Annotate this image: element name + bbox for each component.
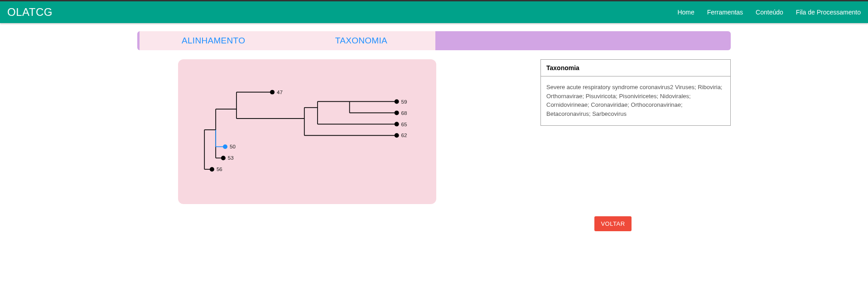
tree-label-50: 50 [230,143,236,149]
content: ALINHAMENTO TAXONOMIA [137,31,731,231]
nav-fila[interactable]: Fila de Processamento [796,9,861,16]
tree-label-68: 68 [401,110,407,116]
tree-node-56[interactable] [210,167,214,171]
taxonomy-info-body: Severe acute respiratory syndrome corona… [541,76,730,125]
nav-ferramentas[interactable]: Ferramentas [707,9,743,16]
taxonomy-info-card: Taxonomia Severe acute respiratory syndr… [540,59,731,126]
tree-node-50[interactable] [223,144,227,149]
tree-node-59[interactable] [395,99,399,104]
tree-node-65[interactable] [395,122,399,126]
tab-spacer [435,31,731,50]
right-column: Taxonomia Severe acute respiratory syndr… [450,59,731,231]
tree-label-62: 62 [401,132,407,138]
tree-label-65: 65 [401,121,407,127]
tab-bar: ALINHAMENTO TAXONOMIA [137,31,731,50]
phylo-tree-panel: 47 59 68 65 62 50 53 56 [178,59,436,204]
tree-label-53: 53 [228,155,234,161]
tree-label-56: 56 [217,166,222,172]
tree-label-59: 59 [401,99,407,105]
voltar-button[interactable]: VOLTAR [594,216,631,231]
tab-taxonomia[interactable]: TAXONOMIA [287,31,435,50]
main-row: 47 59 68 65 62 50 53 56 Taxonomia Severe… [137,59,731,231]
taxonomy-info-title: Taxonomia [541,60,730,76]
nav-conteudo[interactable]: Conteúdo [756,9,783,16]
navbar: OLATCG Home Ferramentas Conteúdo Fila de… [0,1,868,23]
navbar-links: Home Ferramentas Conteúdo Fila de Proces… [677,9,861,16]
brand-title[interactable]: OLATCG [7,6,53,19]
phylo-tree-svg: 47 59 68 65 62 50 53 56 [178,59,436,204]
tree-node-53[interactable] [221,156,226,160]
tree-node-62[interactable] [395,133,399,138]
button-row: VOLTAR [450,126,731,231]
tree-node-47[interactable] [270,90,275,95]
nav-home[interactable]: Home [677,9,694,16]
tab-alinhamento[interactable]: ALINHAMENTO [140,31,287,50]
tree-node-68[interactable] [395,110,399,115]
tree-label-47: 47 [277,89,283,95]
